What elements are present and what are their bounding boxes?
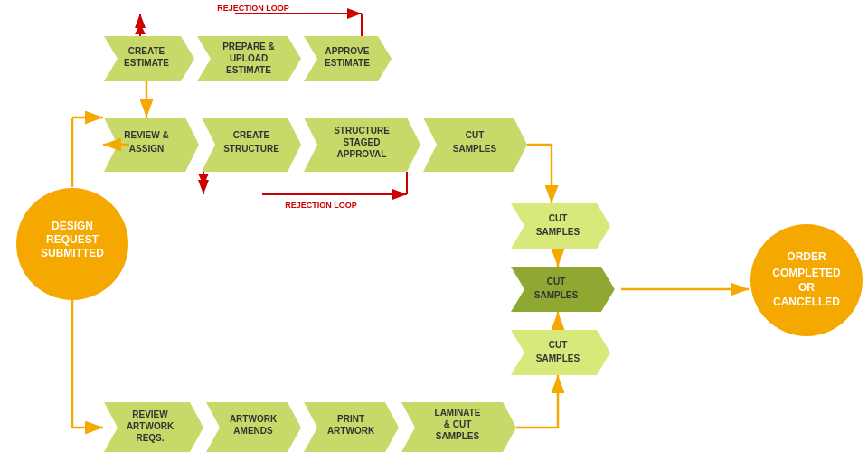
prepare-upload-label1: PREPARE & xyxy=(222,42,275,52)
approve-estimate-label2: ESTIMATE xyxy=(325,58,370,68)
cut-samples-r2-label2: SAMPLES xyxy=(534,290,579,300)
print-artwork-label1: PRINT xyxy=(337,414,364,424)
laminate-cut-label2: & CUT xyxy=(444,419,472,429)
rejection-loop-label-bot: REJECTION LOOP xyxy=(285,201,357,210)
create-estimate-label2: ESTIMATE xyxy=(124,58,169,68)
design-request-label: DESIGN xyxy=(52,220,93,232)
review-artwork-label2: ARTWORK xyxy=(127,421,175,431)
cut-samples-r1-shape xyxy=(511,203,610,249)
create-structure-label1: CREATE xyxy=(233,130,270,140)
cut-samples-r2-label1: CUT xyxy=(547,277,566,287)
structure-staged-label2: STAGED xyxy=(344,137,381,147)
cut-samples-r3-label2: SAMPLES xyxy=(536,353,580,363)
artwork-amends-label1: ARTWORK xyxy=(230,414,278,424)
review-artwork-label3: REQS. xyxy=(136,433,164,443)
design-request-label2: REQUEST xyxy=(46,233,99,246)
cut-samples-mid-label2: SAMPLES xyxy=(453,144,497,154)
order-completed-label1: ORDER xyxy=(787,250,826,263)
review-assign-label2: ASSIGN xyxy=(129,144,164,154)
prepare-upload-label2: UPLOAD xyxy=(230,53,268,63)
order-completed-label3: OR xyxy=(798,281,815,294)
structure-staged-label1: STRUCTURE xyxy=(334,126,390,136)
print-artwork-label2: ARTWORK xyxy=(327,426,375,436)
cut-samples-r1-label1: CUT xyxy=(549,213,568,223)
laminate-cut-label3: SAMPLES xyxy=(436,431,480,441)
cut-samples-r3-label1: CUT xyxy=(549,340,568,350)
structure-staged-label3: APPROVAL xyxy=(337,149,387,159)
review-artwork-label1: REVIEW xyxy=(132,409,168,419)
rejection-arrow-bot xyxy=(198,174,209,185)
create-estimate-label: CREATE xyxy=(128,46,165,56)
artwork-amends-label2: AMENDS xyxy=(233,426,273,436)
review-assign-label1: REVIEW & xyxy=(124,130,168,140)
create-structure-label2: STRUCTURE xyxy=(223,144,279,154)
approve-estimate-label1: APPROVE xyxy=(326,46,370,56)
cut-samples-r1-label2: SAMPLES xyxy=(536,227,580,237)
design-request-label3: SUBMITTED xyxy=(41,247,104,259)
order-completed-circle xyxy=(750,224,863,336)
cut-samples-r2-shape xyxy=(511,267,615,312)
rejection-loop-label-top: REJECTION LOOP xyxy=(217,4,289,13)
laminate-cut-label1: LAMINATE xyxy=(435,408,481,418)
prepare-upload-label3: ESTIMATE xyxy=(226,65,271,75)
order-completed-label2: COMPLETED xyxy=(772,267,841,279)
order-completed-label4: CANCELLED xyxy=(773,296,840,308)
cut-samples-r3-shape xyxy=(511,330,610,375)
rejection-arrow-top xyxy=(135,24,146,34)
cut-samples-mid-label1: CUT xyxy=(466,130,485,140)
